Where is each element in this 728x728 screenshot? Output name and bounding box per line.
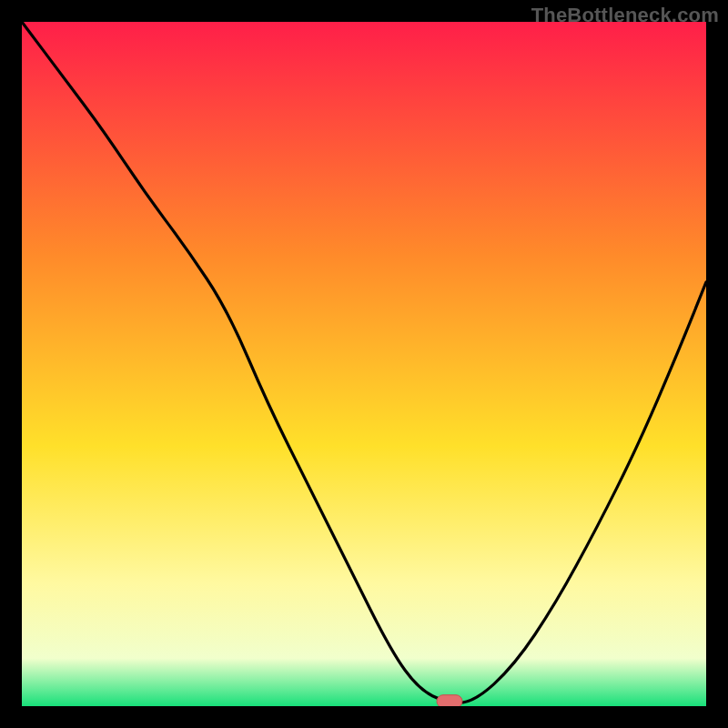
watermark-text: TheBottleneck.com — [531, 4, 719, 27]
gradient-background — [22, 22, 706, 706]
chart-frame: TheBottleneck.com — [0, 0, 728, 728]
chart-plot-area — [22, 22, 706, 706]
chart-svg — [22, 22, 706, 706]
optimal-marker — [437, 695, 462, 706]
